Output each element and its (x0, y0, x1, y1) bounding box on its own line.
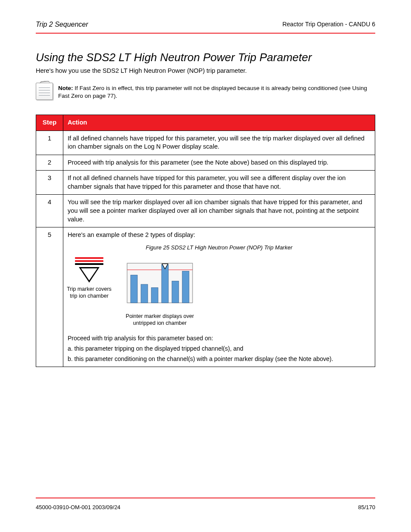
tail-a: a. this parameter tripping on the displa… (68, 345, 371, 353)
trip-marker-bar-red (75, 257, 103, 259)
svg-rect-3 (141, 284, 148, 303)
procedure-table: Step Action 1 If all defined channels ha… (36, 115, 375, 367)
step-number: 2 (36, 155, 63, 171)
step-action: If all defined channels have tripped for… (63, 131, 375, 155)
footer-page-number: 85/170 (358, 504, 375, 510)
step-action: Proceed with trip analysis for this para… (63, 155, 375, 171)
trip-marker-bar-black (75, 263, 103, 265)
trip-marker-graphic: Trip marker covers trip ion chamber (69, 257, 109, 299)
svg-rect-4 (151, 288, 158, 303)
trip-marker-bar-red (75, 260, 103, 262)
marker-caption: Trip marker covers trip ion chamber (65, 286, 113, 299)
note-body: If Fast Zero is in effect, this trip par… (58, 85, 367, 99)
table-row: 1 If all defined channels have tripped f… (36, 131, 375, 155)
header-rule (36, 33, 375, 34)
section-title: Using the SDS2 LT High Neutron Power Tri… (36, 51, 312, 64)
svg-rect-7 (182, 271, 189, 303)
chart-caption: Pointer marker displays over untripped i… (121, 313, 199, 327)
step-action: You will see the trip marker displayed o… (63, 195, 375, 227)
section-intro: Here's how you use the SDS2 LT High Neut… (36, 67, 375, 75)
bar-chart-icon (121, 257, 199, 309)
figure: Trip marker covers trip ion chamber Poin… (68, 255, 371, 330)
step-action: Here's an example of these 2 types of di… (63, 227, 375, 367)
tail-lead: Proceed with trip analysis for this para… (68, 335, 213, 342)
header-right-title: Reactor Trip Operation - CANDU 6 (282, 21, 375, 28)
svg-rect-5 (162, 264, 168, 303)
table-row: 4 You will see the trip marker displayed… (36, 194, 375, 227)
col-header-step: Step (36, 115, 63, 131)
svg-rect-6 (172, 281, 179, 303)
step-number: 3 (36, 171, 63, 194)
note-row: Note: If Fast Zero is in effect, this tr… (36, 83, 375, 100)
table-row: 3 If not all defined channels have tripp… (36, 170, 375, 194)
tail-b: b. this parameter conditioning on the ch… (68, 355, 371, 364)
table-header-row: Step Action (36, 115, 375, 131)
step-number: 5 (36, 227, 63, 367)
step-number: 1 (36, 131, 63, 155)
table-row: 5 Here's an example of these 2 types of … (36, 227, 375, 367)
notepad-icon (36, 83, 53, 100)
figure-title: Figure 25 SDS2 LT High Neutron Power (NO… (68, 244, 371, 252)
svg-rect-2 (131, 275, 137, 303)
step-number: 4 (36, 195, 63, 227)
step5-tail: Proceed with trip analysis for this para… (68, 334, 371, 363)
pointer-marker-chart: Pointer marker displays over untripped i… (121, 257, 199, 327)
step-action: If not all defined channels have tripped… (63, 171, 375, 194)
footer-rule (36, 498, 375, 498)
triangle-down-icon (79, 267, 100, 283)
footer-docid: 45000-03910-OM-001 2003/09/24 (36, 504, 121, 510)
note-text: Note: If Fast Zero is in effect, this tr… (58, 83, 375, 100)
note-bold: Note: (58, 85, 73, 91)
header-left-title: Trip 2 Sequencer (36, 21, 88, 28)
step5-intro: Here's an example of these 2 types of di… (68, 231, 371, 240)
col-header-action: Action (63, 115, 375, 131)
table-row: 2 Proceed with trip analysis for this pa… (36, 155, 375, 171)
